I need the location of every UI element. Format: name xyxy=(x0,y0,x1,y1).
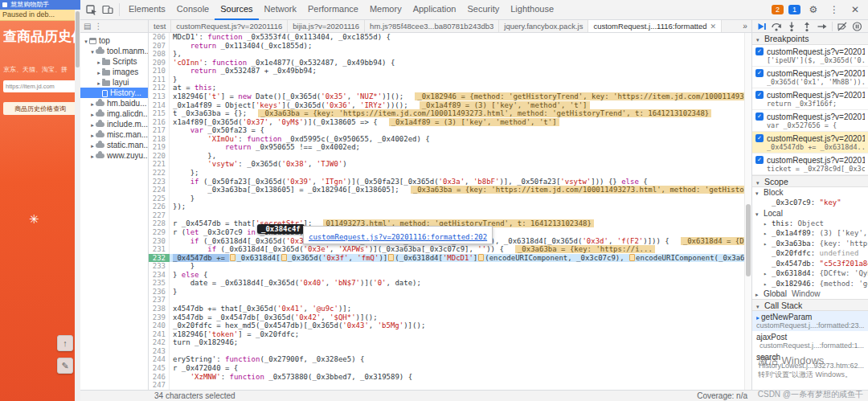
scope-section-global[interactable]: ▸GlobalWindow xyxy=(752,288,868,299)
devtools-tab-memory[interactable]: Memory xyxy=(364,0,407,20)
scope-variable--0x20fdfc[interactable]: _0x20fdfc: undefined xyxy=(752,248,868,259)
code-line-232[interactable]: 232_0x4547db += _0x6318d4[_0x365d('0x3f'… xyxy=(149,254,751,263)
navigator-item-misc-man-[interactable]: ▸misc.man... xyxy=(80,129,148,140)
code-line-206[interactable]: 206MDcD1': function _0x5353f4(_0x113404,… xyxy=(149,33,751,42)
code-line-221[interactable]: 221 'vsytw': _0x365d('0x38', 'TJW0') xyxy=(149,160,751,169)
breakpoint-entry[interactable]: ✓customRequest.js?v=20201...['ipeUV']($,… xyxy=(752,45,868,67)
devtools-tab-sources[interactable]: Sources xyxy=(215,0,258,20)
breakpoint-checkbox[interactable]: ✓ xyxy=(755,69,764,77)
line-number-213[interactable]: 213 xyxy=(149,92,170,101)
breakpoint-checkbox[interactable]: ✓ xyxy=(755,91,764,99)
callstack-section-header[interactable]: ▾Call Stack xyxy=(752,299,868,311)
code-line-215[interactable]: 215t _0x3a63ba = {};_0x3a63ba = {key: 'h… xyxy=(149,109,751,118)
code-line-236[interactable]: 236} xyxy=(149,288,751,297)
code-line-235[interactable]: 235 date = _0x6318d4[_0x365d('0x40', 'bN… xyxy=(149,279,751,288)
file-tab[interactable]: bijia.js?v=20201116 xyxy=(288,20,365,32)
code-line-223[interactable]: 223 if (_0x50fa23[_0x365d('0x39', 'ITgn'… xyxy=(149,178,751,186)
callstack-frame-ajaxpost[interactable]: ajaxPostcustomRequest.j...:formatted:1..… xyxy=(752,331,868,351)
scope-variable--0x1a4f89[interactable]: ▸_0x1a4f89: (3) ['key', 'm... xyxy=(752,228,868,239)
breakpoint-entry[interactable]: ✓customRequest.js?v=20201..._0x4547db +=… xyxy=(752,132,868,153)
file-tab[interactable]: test xyxy=(149,20,171,32)
line-number-235[interactable]: 235 xyxy=(149,279,170,288)
code-line-246[interactable]: 246 'XzMNW': function _0x573880(_0x3bbed… xyxy=(149,373,751,382)
breakpoint-entry[interactable]: ✓customRequest.js?v=20201...return _0x3f… xyxy=(752,88,868,110)
devtools-tab-elements[interactable]: Elements xyxy=(123,0,171,20)
line-number-217[interactable]: 217 xyxy=(149,126,170,135)
definition-link[interactable]: customRequest.js?v=20201116:formatted:20… xyxy=(309,233,487,241)
code-line-212[interactable]: 212at = this; xyxy=(149,84,751,92)
file-tab[interactable]: customRequest.j...1116:formatted✕ xyxy=(588,20,722,32)
code-line-234[interactable]: 234} else { xyxy=(149,271,751,280)
code-line-209[interactable]: 209'cOInn': function _0x1e4877(_0x532487… xyxy=(149,59,751,68)
line-number-239[interactable]: 239 xyxy=(149,313,170,322)
code-line-240[interactable]: 240_0x20fdfc = hex_md5(_0x4547db)[_0x365… xyxy=(149,321,751,330)
navigator-more-icon[interactable]: ⋮ xyxy=(94,22,102,31)
devtools-tab-application[interactable]: Application xyxy=(407,0,462,20)
breakpoint-checkbox[interactable]: ✓ xyxy=(755,156,764,164)
line-number-214[interactable]: 214 xyxy=(149,101,170,110)
line-number-241[interactable]: 241 xyxy=(149,330,170,339)
back-to-top-button[interactable]: ↑ xyxy=(57,335,73,351)
code-line-233[interactable]: 233 } xyxy=(149,262,751,271)
inline-breakpoint-marker[interactable] xyxy=(629,254,635,261)
scope-variable--0x182946[interactable]: ▸_0x182946: {method: 'getH... xyxy=(752,279,868,289)
code-line-245[interactable]: 245r _0x472040 = { xyxy=(149,364,751,373)
devtools-tab-console[interactable]: Console xyxy=(171,0,215,20)
scope-section-local[interactable]: ▾Local xyxy=(752,208,868,219)
navigator-item-layui[interactable]: ▸layui xyxy=(80,77,148,88)
code-line-220[interactable]: 220 }, xyxy=(149,152,751,161)
scope-variable--0x6318d4[interactable]: ▸_0x6318d4: {DCftw: 'QyP'... xyxy=(752,268,868,279)
line-number-244[interactable]: 244 xyxy=(149,355,170,364)
navigator-item-top[interactable]: ▾top xyxy=(80,35,148,46)
breakpoint-checkbox[interactable]: ✓ xyxy=(755,134,764,142)
close-tab-icon[interactable]: ✕ xyxy=(710,23,717,31)
line-number-231[interactable]: 231 xyxy=(149,245,170,254)
line-number-237[interactable]: 237 xyxy=(149,296,170,305)
devtools-tab-security[interactable]: Security xyxy=(461,0,505,20)
scope-variable-this[interactable]: ▸this: Object xyxy=(752,219,868,229)
price-query-button[interactable]: 商品历史价格查询 xyxy=(3,102,77,115)
resume-icon[interactable] xyxy=(756,22,767,31)
file-tab[interactable]: jquery.fancybox.pack.js xyxy=(499,20,588,32)
navigator-item-tool-manm-[interactable]: ▾tool.manm... xyxy=(80,46,148,56)
file-tab[interactable]: customRequest.js?v=20201116 xyxy=(171,20,288,32)
code-line-208[interactable]: 208}, xyxy=(149,50,751,59)
code-line-244[interactable]: 244eryString': function(_0x27900f, _0x32… xyxy=(149,355,751,364)
scope-variable--0x3c07c9[interactable]: _0x3c07c9: "key" xyxy=(752,198,868,208)
tab-overflow-icon[interactable]: » xyxy=(739,20,751,32)
scope-section-block[interactable]: ▾Block xyxy=(752,187,868,198)
line-number-209[interactable]: 209 xyxy=(149,59,170,68)
code-line-239[interactable]: 239x4547db = _0x4547db[_0x365d('0x42', '… xyxy=(149,313,751,322)
code-line-237[interactable]: 237 xyxy=(149,296,751,305)
code-editor[interactable]: 206MDcD1': function _0x5353f4(_0x113404,… xyxy=(149,33,751,390)
line-number-242[interactable]: 242 xyxy=(149,338,170,347)
code-line-241[interactable]: 241x182946['token'] = _0x20fdfc; xyxy=(149,330,751,339)
line-number-226[interactable]: 226 xyxy=(149,203,170,211)
line-number-245[interactable]: 245 xyxy=(149,364,170,373)
scope-variable--0x3a63ba[interactable]: ▸_0x3a63ba: {key: 'https:... xyxy=(752,239,868,249)
feedback-button[interactable]: ✎ xyxy=(57,358,73,374)
callstack-frame-search[interactable]: searchHistoryLowest.j...93273.htm:62... xyxy=(752,351,868,371)
scope-section-header[interactable]: ▾Scope xyxy=(752,175,868,187)
breakpoint-entry[interactable]: ✓customRequest.js?v=20201..._0x365d('0x1… xyxy=(752,67,868,88)
code-line-243[interactable]: 243 xyxy=(149,347,751,356)
devtools-tab-lighthouse[interactable]: Lighthouse xyxy=(505,0,559,20)
step-out-icon[interactable] xyxy=(801,22,813,31)
line-number-211[interactable]: 211 xyxy=(149,76,170,84)
line-number-215[interactable]: 215 xyxy=(149,109,170,118)
line-number-218[interactable]: 218 xyxy=(149,135,170,144)
pause-on-exceptions-icon[interactable] xyxy=(852,22,862,31)
navigator-item-img-alicdn-[interactable]: ▸img.alicdn... xyxy=(80,108,148,119)
line-number-220[interactable]: 220 xyxy=(149,152,170,161)
step-over-icon[interactable] xyxy=(771,22,782,31)
line-number-236[interactable]: 236 xyxy=(149,288,170,297)
code-line-238[interactable]: 238x4547db += that[_0x365d('0x41', '@u9c… xyxy=(149,305,751,313)
devtools-tab-performance[interactable]: Performance xyxy=(302,0,364,20)
breakpoints-section-header[interactable]: ▾Breakpoints xyxy=(752,33,868,45)
callstack-frame-getnewparam[interactable]: ▸getNewParamcustomRequest.j...:formatted… xyxy=(752,311,868,331)
line-number-225[interactable]: 225 xyxy=(149,194,170,203)
code-line-247[interactable]: 247 xyxy=(149,381,751,390)
breakpoint-checkbox[interactable]: ✓ xyxy=(755,47,764,55)
line-number-222[interactable]: 222 xyxy=(149,169,170,178)
line-number-247[interactable]: 247 xyxy=(149,381,170,390)
